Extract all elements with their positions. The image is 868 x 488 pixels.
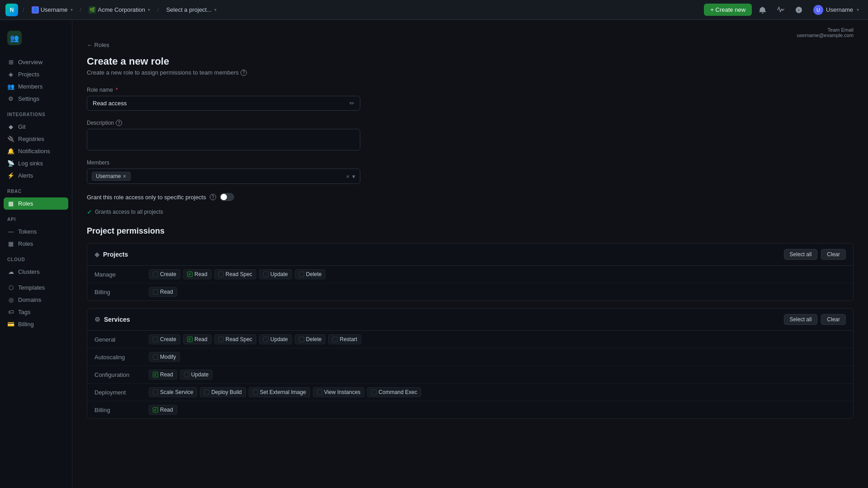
svc-item-scale[interactable]: Scale Service [149, 387, 197, 397]
member-tag-remove[interactable]: × [123, 173, 126, 179]
crumb-project[interactable]: Select a project... ▾ [164, 5, 219, 15]
sidebar-item-roles[interactable]: ▦ Roles [4, 197, 68, 210]
svc-item-deploy[interactable]: Deploy Build [200, 387, 245, 397]
page-title: Create a new role [87, 56, 854, 67]
sidebar-item-settings[interactable]: ⚙ Settings [4, 93, 68, 105]
perm-check-create [153, 272, 158, 277]
projects-icon: ◈ [7, 71, 14, 78]
settings-icon: ⚙ [7, 95, 14, 102]
grants-label: Grants access to all projects [95, 209, 163, 215]
tags-icon: 🏷 [7, 309, 14, 315]
rbac-section-label: RBAC [4, 187, 68, 196]
toggle-help-icon[interactable]: ? [210, 194, 216, 200]
sidebar-item-clusters[interactable]: ☁ Clusters [4, 266, 68, 278]
description-textarea[interactable] [87, 129, 360, 150]
svc-item-config-read[interactable]: ✓ Read [149, 370, 177, 380]
perm-item-delete[interactable]: Delete [295, 269, 326, 279]
svc-item-read[interactable]: ✓ Read [183, 334, 212, 344]
perm-item-update[interactable]: Update [259, 269, 292, 279]
team-email: username@example.com [797, 33, 854, 38]
projects-billing-label: Billing [94, 289, 149, 296]
svc-label-config-update: Update [191, 371, 209, 378]
crumb-username[interactable]: 👤 Username ▾ [29, 5, 75, 15]
help-button[interactable] [792, 3, 806, 17]
svc-item-restart[interactable]: Restart [328, 334, 361, 344]
help-icon [795, 6, 802, 14]
nav-separator: / [23, 6, 24, 13]
app-logo[interactable]: N [5, 4, 18, 16]
svc-item-create[interactable]: Create [149, 334, 180, 344]
sidebar-item-log-sinks[interactable]: 📡 Log sinks [4, 157, 68, 169]
role-name-input[interactable] [93, 100, 349, 107]
projects-clear-button[interactable]: Clear [821, 249, 846, 260]
sidebar-item-notifications[interactable]: 🔔 Notifications [4, 145, 68, 157]
activity-button[interactable] [774, 3, 788, 17]
svc-item-delete[interactable]: Delete [295, 334, 326, 344]
sidebar-item-alerts[interactable]: ⚡ Alerts [4, 169, 68, 182]
svc-label-billing-read: Read [160, 407, 173, 413]
cloud-section-label: CLOUD [4, 255, 68, 264]
services-clear-button[interactable]: Clear [821, 314, 846, 325]
subtitle-help-icon[interactable]: ? [241, 70, 247, 76]
sidebar-item-tokens[interactable]: — Tokens [4, 225, 68, 238]
services-select-all-button[interactable]: Select all [784, 314, 818, 325]
notifications-button[interactable] [755, 3, 770, 17]
role-name-input-wrapper[interactable]: ✏ [87, 96, 360, 111]
svc-item-update[interactable]: Update [259, 334, 292, 344]
sidebar-item-projects[interactable]: ◈ Projects [4, 68, 68, 80]
svc-item-modify[interactable]: Modify [149, 352, 180, 362]
members-clear-icon[interactable]: × [346, 173, 349, 180]
sidebar-item-clusters-label: Clusters [18, 268, 40, 275]
registries-icon: 🔌 [7, 136, 14, 142]
svc-item-command-exec[interactable]: Command Exec [367, 387, 421, 397]
perm-check-read-spec [218, 272, 224, 277]
perm-label-billing-read: Read [160, 289, 173, 295]
sidebar-item-registries[interactable]: 🔌 Registries [4, 133, 68, 145]
sidebar-item-domains[interactable]: ◎ Domains [4, 294, 68, 306]
svc-check-config-update [184, 372, 189, 377]
sidebar-item-api-roles[interactable]: ▦ Roles [4, 238, 68, 250]
svc-item-read-spec[interactable]: Read Spec [214, 334, 256, 344]
perm-label-read-spec: Read Spec [226, 271, 252, 277]
projects-perm-title-label: Projects [103, 251, 128, 258]
sidebar-item-git[interactable]: ◆ Git [4, 121, 68, 133]
svc-item-config-update[interactable]: Update [180, 370, 213, 380]
sidebar-item-overview[interactable]: ⊞ Overview [4, 56, 68, 68]
services-perm-title-label: Services [104, 316, 130, 323]
perm-item-read-spec[interactable]: Read Spec [214, 269, 256, 279]
project-access-toggle[interactable] [220, 193, 234, 201]
user-menu[interactable]: U Username ▾ [810, 3, 863, 17]
perm-item-billing-read[interactable]: Read [149, 287, 177, 297]
svc-item-billing-read[interactable]: ✓ Read [149, 405, 177, 415]
sidebar-item-members[interactable]: 👥 Members [4, 80, 68, 93]
projects-select-all-button[interactable]: Select all [784, 249, 818, 260]
svc-item-set-ext-image[interactable]: Set External Image [249, 387, 310, 397]
sidebar-item-tags[interactable]: 🏷 Tags [4, 306, 68, 318]
perm-label-delete: Delete [306, 271, 322, 277]
members-section: Members Username × × ▾ [87, 160, 854, 184]
role-name-section: Role name * ✏ [87, 87, 854, 111]
perm-item-create[interactable]: Create [149, 269, 180, 279]
services-perm-card: ⚙ Services Select all Clear General Crea… [87, 308, 854, 419]
crumb-acme[interactable]: 🌿 Acme Corporation ▾ [86, 5, 153, 15]
crumb-username-chevron: ▾ [71, 7, 73, 12]
git-icon: ◆ [7, 123, 14, 130]
members-input[interactable]: Username × × ▾ [87, 169, 360, 184]
services-general-items: Create ✓ Read Read Spec Update [149, 334, 361, 344]
services-billing-items: ✓ Read [149, 405, 177, 415]
svc-check-update [263, 337, 269, 342]
sidebar-item-templates[interactable]: ⬡ Templates [4, 282, 68, 294]
crumb-project-label: Select a project... [166, 6, 212, 13]
bell-icon [759, 6, 766, 14]
perm-item-read[interactable]: ✓ Read [183, 269, 212, 279]
svc-item-view-instances[interactable]: View Instances [313, 387, 365, 397]
breadcrumb[interactable]: ← Roles [87, 42, 854, 48]
members-dropdown-icon[interactable]: ▾ [352, 173, 355, 180]
topnav: N / 👤 Username ▾ / 🌿 Acme Corporation ▾ … [0, 0, 868, 20]
create-new-button[interactable]: + Create new [704, 4, 752, 16]
user-chevron: ▾ [857, 7, 859, 12]
description-help-icon[interactable]: ? [116, 120, 122, 126]
user-avatar: U [813, 5, 823, 15]
sidebar-item-billing[interactable]: 💳 Billing [4, 318, 68, 330]
sidebar-item-members-label: Members [18, 83, 42, 90]
